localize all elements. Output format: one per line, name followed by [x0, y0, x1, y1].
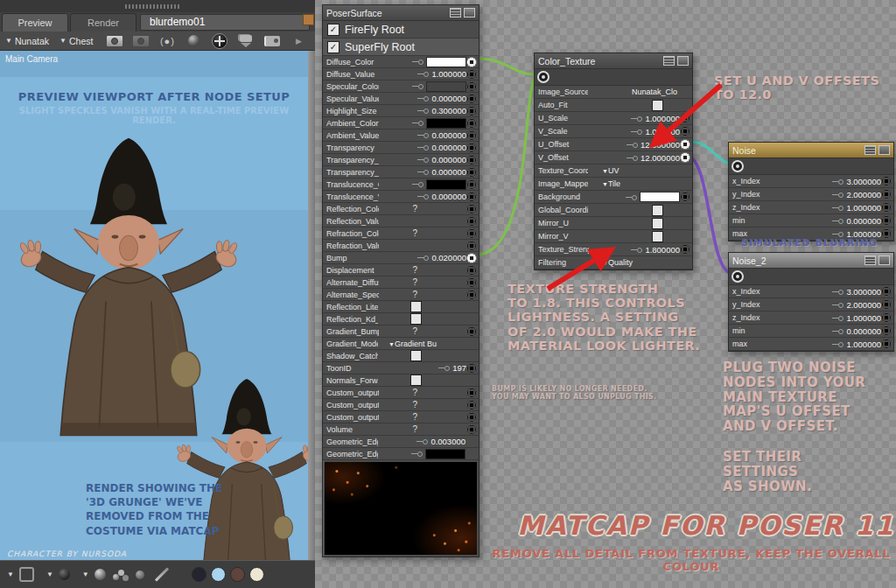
preview-toggle-icon[interactable] [878, 256, 890, 265]
param-row-transparency_edge[interactable]: Transparency_Edge0.000000 [323, 154, 479, 166]
param-value[interactable]: 3.000000 [846, 177, 881, 186]
color-swatch[interactable] [426, 179, 466, 190]
param-row-y_index[interactable]: y_Index2.000000 [729, 188, 893, 201]
key-dial-icon[interactable] [626, 194, 637, 200]
connector-socket[interactable] [466, 130, 477, 141]
key-dial-icon[interactable] [626, 155, 638, 161]
param-value[interactable]: 0.000000 [431, 167, 466, 177]
color-texture-header[interactable]: Color_Texture [535, 53, 692, 69]
collapse-icon[interactable] [864, 256, 876, 265]
outline-style-icon[interactable] [19, 567, 34, 582]
key-dial-icon[interactable] [631, 116, 642, 122]
checkbox[interactable] [410, 374, 422, 386]
param-value[interactable]: 12.000000 [640, 153, 680, 163]
param-row-specular_value[interactable]: Specular_Value0.000000 [323, 93, 479, 105]
connector-socket[interactable] [881, 202, 892, 213]
camera-name-label[interactable]: Main Camera [5, 54, 58, 64]
connector-socket[interactable] [466, 290, 477, 300]
key-dial-icon[interactable] [832, 231, 844, 237]
output-connector[interactable] [732, 270, 744, 283]
color-swatch[interactable] [426, 81, 466, 92]
param-row-x_index[interactable]: x_Index3.000000 [729, 285, 893, 298]
param-row-reflection_kd_mult[interactable]: Reflection_Kd_Mult [323, 313, 479, 326]
connector-socket[interactable] [466, 241, 477, 251]
key-dial-icon[interactable] [417, 132, 429, 138]
connector-socket[interactable] [881, 228, 892, 239]
toolbar-overflow-button[interactable]: ▶ [287, 33, 310, 49]
connector-socket[interactable] [466, 363, 477, 374]
palette-swatch-blue[interactable] [211, 567, 226, 582]
key-dial-icon[interactable] [412, 181, 424, 187]
param-row-min[interactable]: min0.000000 [729, 214, 893, 228]
multi-sphere-icon[interactable] [111, 569, 130, 581]
connector-socket[interactable] [881, 286, 892, 297]
palette-swatch-cream[interactable] [249, 567, 264, 582]
connector-socket[interactable] [466, 192, 477, 202]
key-dial-icon[interactable] [411, 451, 423, 457]
key-dial-icon[interactable] [832, 315, 844, 321]
param-value[interactable]: 0.300000 [431, 106, 466, 116]
camera-button[interactable] [103, 33, 126, 49]
param-value[interactable]: 0.000000 [431, 130, 466, 140]
key-dial-icon[interactable] [832, 289, 844, 295]
palette-swatch-dark[interactable] [192, 567, 206, 582]
checkbox[interactable] [652, 100, 663, 111]
sphere-view-button[interactable] [182, 33, 205, 49]
param-row-x_index[interactable]: x_Index3.000000 [729, 175, 893, 188]
connector-socket[interactable] [680, 126, 690, 136]
param-row-translucence_color[interactable]: Translucence_Color [323, 178, 479, 191]
output-connector[interactable] [732, 160, 744, 172]
param-value[interactable]: 2.000000 [846, 190, 881, 200]
param-row-background[interactable]: Background [535, 191, 692, 204]
noise2-node[interactable]: Noise_2 x_Index3.000000y_Index2.000000z_… [728, 252, 894, 352]
bodypart-dropdown[interactable]: ▼Chest [60, 36, 93, 46]
param-row-image_source[interactable]: Image_SourceNunatak_Clo [535, 86, 692, 99]
connector-plugged[interactable] [680, 139, 690, 150]
material-node-canvas[interactable]: PoserSurface ✓ FireFly Root ✓ SuperFly R… [315, 0, 896, 588]
param-value[interactable]: 3.000000 [846, 287, 881, 297]
key-dial-icon[interactable] [416, 438, 428, 444]
key-dial-icon[interactable] [626, 142, 638, 148]
connector-socket[interactable] [466, 155, 477, 165]
param-value[interactable]: 0.000000 [431, 192, 466, 201]
preview-toggle-icon[interactable] [878, 145, 890, 155]
param-row-mirror_u[interactable]: Mirror_U [535, 217, 692, 230]
connector-socket[interactable] [466, 204, 477, 214]
param-row-u_offset[interactable]: U_Offset12.000000 [535, 138, 692, 151]
param-row-displacement[interactable]: Displacement? [323, 264, 479, 276]
param-row-image_mapped[interactable]: Image_Mapped▼Tile [535, 178, 692, 191]
param-row-mirror_v[interactable]: Mirror_V [535, 230, 692, 243]
key-dial-icon[interactable] [417, 157, 429, 163]
color-swatch[interactable] [426, 118, 466, 129]
camera-dolly-button[interactable] [234, 33, 257, 49]
param-row-auto_fit[interactable]: Auto_Fit [535, 99, 692, 112]
param-row-custom_output_2[interactable]: Custom_output_2? [323, 399, 479, 411]
camera-disabled-button[interactable] [130, 33, 152, 49]
noise2-header[interactable]: Noise_2 [729, 253, 893, 269]
key-dial-icon[interactable] [412, 83, 424, 89]
key-dial-icon[interactable] [832, 328, 844, 334]
param-row-normals_forward[interactable]: Normals_Forward [323, 374, 479, 387]
param-row-global_coordinates[interactable]: Global_Coordinates [535, 204, 692, 217]
connector-socket[interactable] [680, 244, 690, 255]
key-dial-icon[interactable] [412, 59, 424, 65]
param-text-value[interactable]: Nunatak_Clo [632, 88, 677, 96]
checkbox[interactable] [652, 218, 663, 229]
connector-socket[interactable] [466, 277, 477, 288]
param-value[interactable]: 1.000000 [645, 114, 680, 123]
connector-socket[interactable] [680, 113, 690, 123]
panel-scrollbar[interactable] [308, 51, 315, 560]
param-row-gradient_bump[interactable]: Gradient_Bump? [323, 326, 479, 338]
connector-socket[interactable] [881, 299, 892, 310]
key-dial-icon[interactable] [832, 341, 844, 347]
figure-dropdown[interactable]: ▼Nunatak [5, 36, 49, 46]
param-value[interactable]: 0.000000 [431, 155, 466, 164]
tab-render[interactable]: Render [70, 13, 136, 32]
param-value[interactable]: 1.000000 [431, 69, 466, 79]
preview-toggle-icon[interactable] [464, 8, 475, 18]
dropdown[interactable]: ▼Quality [602, 258, 679, 267]
param-row-diffuse_color[interactable]: Diffuse_Color [323, 56, 479, 68]
param-row-y_index[interactable]: y_Index2.000000 [729, 298, 893, 312]
key-dial-icon[interactable] [417, 144, 429, 150]
param-row-min[interactable]: min0.000000 [729, 325, 893, 338]
